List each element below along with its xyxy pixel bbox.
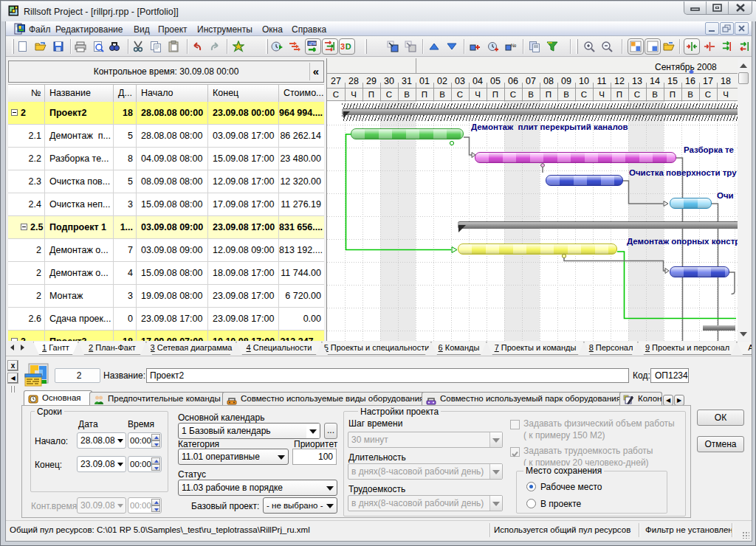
svg-text:ЦПМ: ЦПМ (309, 42, 317, 46)
svg-text:3: 3 (340, 42, 345, 51)
svg-text:D: D (346, 42, 351, 51)
svg-text:№: № (511, 43, 517, 48)
